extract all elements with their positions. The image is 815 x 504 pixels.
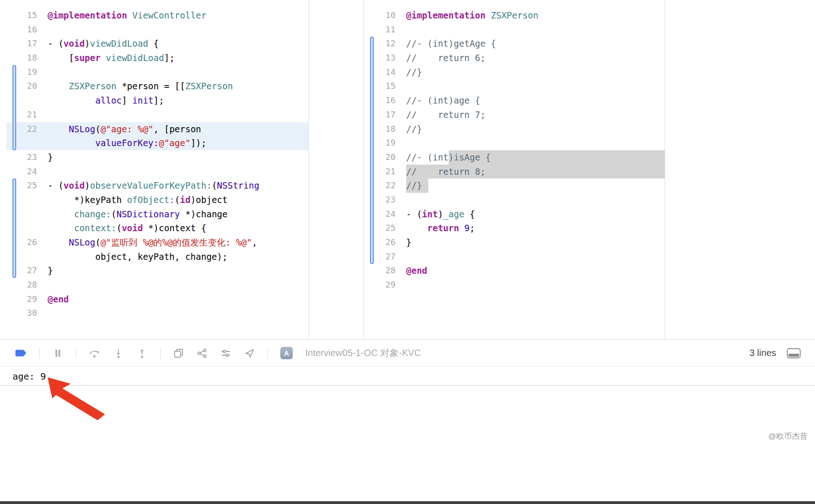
simulate-location-button[interactable] bbox=[244, 348, 255, 359]
code-line[interactable]: 22//} bbox=[364, 178, 665, 193]
memory-graph-button[interactable] bbox=[197, 348, 208, 359]
line-number-gutter[interactable]: 14 bbox=[364, 65, 395, 80]
change-indicator-bar[interactable] bbox=[370, 37, 374, 264]
code-line[interactable]: *)keyPath ofObject:(id)object bbox=[6, 193, 309, 207]
line-number-gutter[interactable]: 19 bbox=[364, 136, 395, 150]
line-number-gutter[interactable]: 22 bbox=[6, 122, 37, 136]
line-number-gutter[interactable]: 15 bbox=[364, 79, 395, 93]
change-indicator-bar[interactable] bbox=[12, 178, 16, 278]
code-line[interactable]: 23 bbox=[364, 193, 665, 207]
code-line[interactable]: 19 bbox=[364, 136, 665, 150]
code-line[interactable]: 28@end bbox=[364, 264, 665, 278]
line-number-gutter[interactable] bbox=[6, 193, 37, 207]
code-line[interactable]: 18//} bbox=[364, 122, 665, 136]
line-number-gutter[interactable]: 25 bbox=[6, 178, 37, 193]
code-line[interactable]: 22 NSLog(@"age: %@", [person bbox=[6, 122, 309, 136]
code-line[interactable]: object, keyPath, change); bbox=[6, 250, 309, 264]
line-number-gutter[interactable]: 20 bbox=[364, 150, 395, 165]
source-editor-right[interactable]: 10@implementation ZSXPerson1112//- (int)… bbox=[364, 0, 665, 339]
code-line[interactable]: 28 bbox=[6, 278, 309, 292]
line-number-gutter[interactable]: 12 bbox=[364, 37, 395, 51]
step-out-button[interactable] bbox=[136, 348, 148, 359]
environment-overrides-button[interactable] bbox=[220, 348, 231, 359]
line-number-gutter[interactable]: 21 bbox=[364, 165, 395, 179]
code-line[interactable]: 10@implementation ZSXPerson bbox=[364, 8, 665, 23]
code-line[interactable]: 21// return 8; bbox=[364, 165, 665, 179]
line-number-gutter[interactable]: 18 bbox=[6, 51, 37, 65]
code-line[interactable]: 17- (void)viewDidLoad { bbox=[6, 37, 309, 51]
code-line[interactable]: 20 ZSXPerson *person = [[ZSXPerson bbox=[6, 79, 309, 93]
console-pane-toggle-button[interactable] bbox=[786, 347, 801, 359]
line-number-gutter[interactable]: 17 bbox=[364, 108, 395, 122]
pause-button[interactable] bbox=[52, 348, 63, 359]
line-number-gutter[interactable]: 26 bbox=[364, 235, 395, 250]
code-line[interactable]: 25- (void)observeValueForKeyPath:(NSStri… bbox=[6, 178, 309, 193]
line-number-gutter[interactable]: 27 bbox=[364, 250, 395, 264]
code-line[interactable]: 23} bbox=[6, 150, 309, 165]
code-line[interactable]: 14//} bbox=[364, 65, 665, 80]
line-number-gutter[interactable]: 24 bbox=[6, 165, 37, 179]
line-number-gutter[interactable]: 24 bbox=[364, 207, 395, 221]
line-number-gutter[interactable] bbox=[6, 250, 37, 264]
code-line[interactable]: 17// return 7; bbox=[364, 108, 665, 122]
line-number-gutter[interactable]: 25 bbox=[364, 221, 395, 235]
code-line[interactable]: 13// return 6; bbox=[364, 51, 665, 65]
code-line[interactable]: 15 bbox=[364, 79, 665, 93]
line-number-gutter[interactable]: 26 bbox=[6, 235, 37, 250]
code-line[interactable]: 16 bbox=[6, 23, 309, 37]
code-line[interactable]: 25 return 9; bbox=[364, 221, 665, 235]
code-line[interactable]: 26} bbox=[364, 235, 665, 250]
line-number-gutter[interactable]: 17 bbox=[6, 37, 37, 51]
code-line[interactable]: 16//- (int)age { bbox=[364, 93, 665, 108]
line-number-gutter[interactable]: 22 bbox=[364, 178, 395, 193]
step-over-button[interactable] bbox=[89, 348, 100, 359]
line-number-gutter[interactable]: 16 bbox=[6, 23, 37, 37]
source-editor-left[interactable]: 15@implementation ViewController1617- (v… bbox=[6, 0, 309, 339]
code-line[interactable]: 20//- (int)isAge { bbox=[364, 150, 665, 165]
line-number-gutter[interactable]: 16 bbox=[364, 93, 395, 108]
debug-view-hierarchy-button[interactable] bbox=[173, 348, 184, 359]
line-number-gutter[interactable]: 29 bbox=[6, 292, 37, 307]
line-number-gutter[interactable]: 23 bbox=[364, 193, 395, 207]
change-indicator-bar[interactable] bbox=[12, 65, 16, 150]
line-number-gutter[interactable]: 18 bbox=[364, 122, 395, 136]
code-line[interactable]: valueForKey:@"age"]); bbox=[6, 136, 309, 150]
code-line[interactable]: 26 NSLog(@"监听到 %@的%@的值发生变化: %@", bbox=[6, 235, 309, 250]
line-number-gutter[interactable]: 11 bbox=[364, 23, 395, 37]
code-line[interactable]: 24- (int)_age { bbox=[364, 207, 665, 221]
line-number-gutter[interactable] bbox=[6, 93, 37, 108]
code-line[interactable]: 27 bbox=[364, 250, 665, 264]
line-number-gutter[interactable]: 20 bbox=[6, 79, 37, 93]
console-output-area[interactable]: age: 9 bbox=[0, 367, 815, 386]
line-number-gutter[interactable]: 30 bbox=[6, 306, 37, 320]
code-line[interactable]: 29@end bbox=[6, 292, 309, 307]
line-number-gutter[interactable]: 29 bbox=[364, 278, 395, 292]
code-line[interactable]: alloc] init]; bbox=[6, 93, 309, 108]
line-number-gutter[interactable]: 13 bbox=[364, 51, 395, 65]
code-line[interactable]: 19 bbox=[6, 65, 309, 80]
code-line[interactable]: 11 bbox=[364, 23, 665, 37]
code-line[interactable]: 21 bbox=[6, 108, 309, 122]
line-number-gutter[interactable]: 19 bbox=[6, 65, 37, 80]
step-into-button[interactable] bbox=[113, 348, 124, 359]
breakpoints-toggle-button[interactable] bbox=[14, 348, 27, 358]
code-line[interactable]: 27} bbox=[6, 264, 309, 278]
code-line[interactable]: 15@implementation ViewController bbox=[6, 8, 309, 23]
line-number-gutter[interactable]: 27 bbox=[6, 264, 37, 278]
line-number-gutter[interactable]: 21 bbox=[6, 108, 37, 122]
line-number-gutter[interactable]: 23 bbox=[6, 150, 37, 165]
line-number-gutter[interactable] bbox=[6, 221, 37, 235]
line-number-gutter[interactable]: 10 bbox=[364, 8, 395, 23]
code-line[interactable]: 29 bbox=[364, 278, 665, 292]
line-number-gutter[interactable]: 15 bbox=[6, 8, 37, 23]
line-number-gutter[interactable] bbox=[6, 207, 37, 221]
code-line[interactable]: context:(void *)context { bbox=[6, 221, 309, 235]
line-number-gutter[interactable] bbox=[6, 136, 37, 150]
code-line[interactable]: 12//- (int)getAge { bbox=[364, 37, 665, 51]
line-number-gutter[interactable]: 28 bbox=[364, 264, 395, 278]
line-number-gutter[interactable]: 28 bbox=[6, 278, 37, 292]
code-line[interactable]: 30 bbox=[6, 306, 309, 320]
code-line[interactable]: 24 bbox=[6, 165, 309, 179]
code-line[interactable]: 18 [super viewDidLoad]; bbox=[6, 51, 309, 65]
code-line[interactable]: change:(NSDictionary *)change bbox=[6, 207, 309, 221]
